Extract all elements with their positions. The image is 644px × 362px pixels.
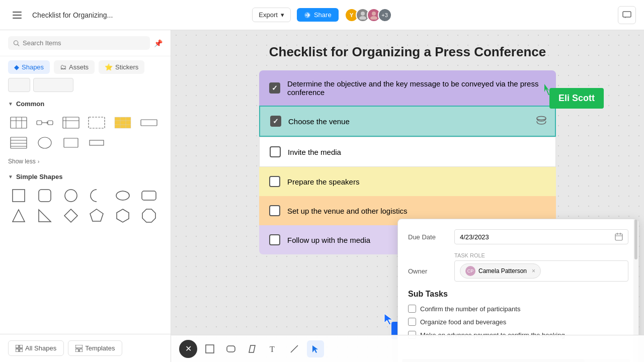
svg-marker-46	[142, 209, 155, 222]
checkbox-4[interactable]	[269, 176, 280, 187]
shape-table[interactable]	[8, 114, 29, 132]
svg-rect-28	[141, 120, 157, 126]
search-icon	[13, 40, 20, 47]
svg-rect-29	[11, 137, 27, 148]
view-toggle-1[interactable]	[8, 78, 30, 92]
svg-marker-43	[64, 209, 77, 222]
shape-rect-outline[interactable]	[60, 134, 82, 152]
due-date-row: Due Date 4/23/2023	[408, 229, 628, 244]
svg-line-10	[18, 44, 19, 46]
pin-button[interactable]: 📌	[154, 39, 163, 47]
remove-owner-button[interactable]: ×	[532, 267, 535, 275]
checklist-title: Checklist for Organizing a Press Confere…	[269, 44, 546, 60]
common-section-header[interactable]: ▼ Common	[0, 96, 171, 112]
tab-stickers[interactable]: ⭐ Stickers	[99, 60, 144, 74]
subtask-checkbox-1[interactable]	[408, 305, 416, 313]
templates-button[interactable]: Templates	[68, 340, 122, 356]
checklist-item-4: Prepare the speakers	[259, 167, 556, 196]
svg-rect-22	[89, 117, 105, 128]
svg-point-7	[370, 16, 377, 20]
svg-point-5	[359, 16, 366, 20]
shape-right-triangle[interactable]	[34, 207, 55, 225]
shape-dashed[interactable]	[86, 114, 107, 132]
calendar-icon[interactable]	[615, 233, 623, 241]
comment-button[interactable]	[618, 6, 636, 24]
tab-shapes[interactable]: ◆ Shapes	[8, 60, 50, 74]
export-button[interactable]: Export ▾	[252, 8, 291, 22]
shape-connector[interactable]	[34, 114, 55, 132]
svg-point-9	[14, 40, 18, 44]
tool-text[interactable]: T	[265, 340, 282, 357]
tool-rectangle[interactable]	[201, 340, 218, 357]
shape-triangle[interactable]	[8, 207, 29, 225]
checkbox-6[interactable]	[269, 234, 280, 245]
left-panel: 📌 ◆ Shapes 🗂 Assets ⭐ Stickers ▼ Common	[0, 30, 171, 362]
checklist-item-3: Invite the media	[259, 137, 556, 167]
avatar-group: Y +3	[345, 8, 392, 22]
scrollbar-thumb[interactable]	[634, 219, 637, 259]
shape-circle[interactable]	[34, 134, 55, 152]
due-date-label: Due Date	[408, 233, 448, 241]
checkbox-1[interactable]	[269, 82, 280, 94]
svg-rect-37	[39, 190, 51, 202]
svg-rect-2	[13, 18, 22, 19]
shape-striped[interactable]	[8, 134, 29, 152]
svg-rect-57	[615, 234, 622, 240]
shape-crescent[interactable]	[86, 187, 107, 205]
owner-value: CP Camela Patterson ×	[454, 260, 628, 282]
tool-pointer[interactable]	[307, 340, 324, 357]
tab-assets[interactable]: 🗂 Assets	[54, 60, 95, 74]
simple-shapes-grid	[0, 185, 171, 229]
task-panel-content: Due Date 4/23/2023 TASK ROLE Owner CP	[398, 219, 638, 354]
svg-rect-16	[48, 121, 53, 125]
checklist-item-1: Determine the objective and the key mess…	[259, 70, 556, 106]
svg-point-6	[372, 12, 376, 16]
avatar-count: +3	[378, 8, 392, 22]
svg-rect-49	[16, 349, 19, 352]
subtask-checkbox-2[interactable]	[408, 318, 416, 326]
tool-rounded-rect[interactable]	[222, 340, 239, 357]
svg-marker-56	[544, 84, 549, 95]
rory-cursor-icon	[382, 312, 396, 326]
shape-square[interactable]	[8, 187, 29, 205]
eli-tooltip: Eli Scott	[549, 88, 604, 109]
shape-rect-wide[interactable]	[86, 134, 107, 152]
shape-octagon[interactable]	[138, 207, 159, 225]
topbar: Checklist for Organizing... Export ▾ Sha…	[0, 0, 644, 30]
svg-rect-50	[20, 349, 23, 352]
checkbox-2[interactable]	[270, 116, 281, 127]
share-button[interactable]: Share	[297, 8, 339, 22]
view-toggle-2[interactable]	[33, 78, 73, 92]
menu-button[interactable]	[8, 6, 26, 24]
tool-line[interactable]	[286, 340, 303, 357]
svg-point-54	[537, 117, 546, 120]
show-less-button[interactable]: Common Show less ›	[0, 156, 171, 169]
shape-pentagon[interactable]	[86, 207, 107, 225]
shape-rrect[interactable]	[138, 187, 159, 205]
shape-wide-rect[interactable]	[138, 114, 159, 132]
all-shapes-button[interactable]: All Shapes	[8, 340, 64, 356]
shape-hexagon[interactable]	[112, 207, 133, 225]
shape-rounded-square[interactable]	[34, 187, 55, 205]
shape-circle-simple[interactable]	[60, 187, 82, 205]
svg-rect-62	[227, 346, 235, 352]
search-input[interactable]	[23, 39, 145, 47]
owner-chip: CP Camela Patterson ×	[460, 263, 541, 279]
svg-marker-55	[384, 314, 392, 325]
db-icon[interactable]	[536, 116, 547, 127]
search-area: 📌	[0, 30, 171, 56]
tool-parallelogram[interactable]	[244, 340, 261, 357]
close-button[interactable]: ✕	[179, 340, 197, 358]
shape-list[interactable]	[60, 114, 82, 132]
svg-rect-61	[206, 345, 214, 353]
checkbox-3[interactable]	[270, 146, 281, 157]
simple-shapes-header[interactable]: ▼ Simple Shapes	[0, 169, 171, 185]
checkbox-5[interactable]	[269, 205, 280, 216]
main-layout: 📌 ◆ Shapes 🗂 Assets ⭐ Stickers ▼ Common	[0, 30, 644, 362]
svg-marker-45	[117, 209, 129, 222]
svg-rect-11	[11, 117, 27, 128]
template-icon	[75, 345, 83, 352]
shape-diamond[interactable]	[60, 207, 82, 225]
shape-grid[interactable]	[112, 114, 133, 132]
shape-ellipse[interactable]	[112, 187, 133, 205]
